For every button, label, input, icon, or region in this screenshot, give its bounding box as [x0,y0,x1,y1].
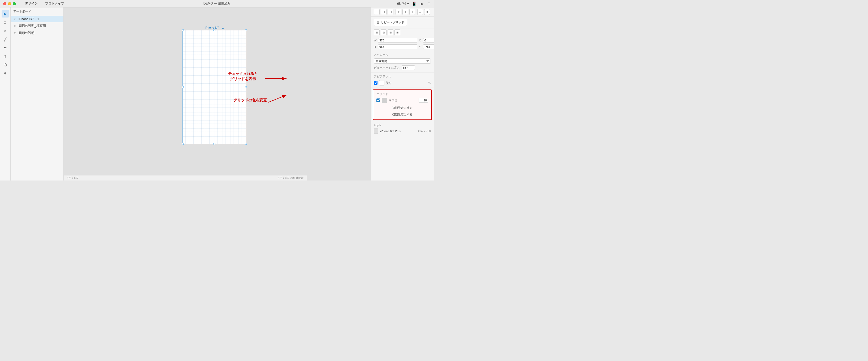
handle-middle-right[interactable] [245,86,247,88]
titlebar-right: 68.4% ▾ 📱 ▶ ⤴ [397,1,434,6]
tab-design[interactable]: デザイン [21,0,41,7]
device-size: 414 × 736 [418,129,431,133]
component-edit-button[interactable]: ⊡ [381,29,386,35]
grid-section: グリッド マス目 初期設定に戻す 初期設定にする [373,89,432,120]
grid-color-swatch[interactable] [382,98,387,103]
zoom-level: 68.4% [397,2,406,6]
close-button[interactable] [3,2,6,5]
repeat-grid-button[interactable]: ⊞ リピートグリッド [374,19,407,26]
appearance-section: アピアランス 塗り ✎ [371,72,434,88]
window-controls [0,2,16,5]
tab-prototype[interactable]: プロトタイプ [41,0,68,7]
align-top-button[interactable]: ⊤ [396,9,401,15]
align-middle-button[interactable]: ⊥ [402,9,408,15]
canvas-area[interactable]: iPhone 6/7 – 1 チェック入れると グリッドを表示 グリッドの色を変… [64,7,370,181]
height-input[interactable] [378,44,417,49]
grid-checkbox[interactable] [376,98,380,102]
h-label: H [374,45,377,48]
zoom-control[interactable]: 68.4% ▾ [397,2,409,6]
repeat-grid-section: ⊞ リピートグリッド [371,17,434,28]
component-row: ⊞ ⊡ ⊟ ⊠ [371,28,434,36]
x-input[interactable] [423,38,434,43]
text-tool[interactable]: T [2,53,9,60]
handle-bottom-right[interactable] [245,143,247,145]
handle-bottom-center[interactable] [213,143,215,145]
dimensions-section: W X 🔗 ◻ H Y [371,36,434,51]
status-bar: 375 x 667 375 x 667 の相対位置 [64,175,307,181]
fill-checkbox[interactable] [374,81,377,85]
width-field: W [374,38,417,43]
select-tool[interactable]: ▶ [2,10,9,18]
nav-tabs: デザイン プロトタイプ [21,0,68,7]
grid-icon: ⊞ [377,21,379,24]
minimize-button[interactable] [8,2,11,5]
component-detach-button[interactable]: ⊟ [388,29,394,35]
align-bottom-button[interactable]: ⊥ [409,9,415,15]
rectangle-tool[interactable]: □ [2,19,9,26]
layer-item-shape[interactable]: □ 図形の説明 [10,29,63,37]
grid-reset-button[interactable]: 初期設定に戻す [376,105,428,111]
layer-label: 図形の説明 [19,31,34,35]
status-right: 375 x 667 の相対位置 [278,176,304,180]
align-right-button[interactable]: ⊣ [388,9,394,15]
fill-edit-button[interactable]: ✎ [428,81,431,85]
layer-icon: □ [13,32,17,34]
y-field: Y [419,44,434,49]
layer-item-shape-landscape[interactable]: □ 図形の説明_横写用 [10,22,63,29]
component-reset-button[interactable]: ⊠ [395,29,400,35]
grid-row: マス目 [376,98,428,103]
ellipse-tool[interactable]: ○ [2,27,9,34]
device-name: iPhone 6/7 Plus [380,129,401,133]
scroll-direction-select[interactable]: 垂直方向 [374,58,431,64]
y-input[interactable] [423,44,434,49]
handle-top-right[interactable] [245,29,247,31]
x-label: X [419,39,422,42]
viewport-row: ビューポートの高さ [374,65,431,70]
grid-size-input[interactable] [418,98,428,103]
scroll-section: スクロール 垂直方向 ビューポートの高さ [371,51,434,72]
line-tool[interactable]: ╱ [2,36,9,43]
handle-bottom-left[interactable] [182,143,184,145]
height-field: H [374,44,417,49]
chevron-down-icon: ▾ [407,2,409,6]
layer-item-iphone[interactable]: □ iPhone 6/7 – 1 [10,16,63,22]
mobile-preview-icon[interactable]: 📱 [411,1,417,6]
artboard[interactable] [183,30,246,144]
fill-swatch[interactable] [379,80,384,86]
layer-icon: □ [13,18,17,21]
distribute-v-button[interactable]: ⇕ [424,9,430,15]
pen-tool[interactable]: ✒ [2,44,9,52]
titlebar: デザイン プロトタイプ DEMO — 編集済み 68.4% ▾ 📱 ▶ ⤴ [0,0,434,7]
maximize-button[interactable] [13,2,16,5]
grid-section-title: グリッド [376,92,428,96]
svg-line-2 [268,95,286,102]
apple-section: Apple iPhone 6/7 Plus 414 × 736 [371,122,434,136]
annotation-color: グリッドの色を変更 [234,98,267,103]
viewport-input[interactable] [402,65,415,70]
distribute-h-button[interactable]: ⇔ [417,9,423,15]
grid-set-default-button[interactable]: 初期設定にする [376,112,428,117]
component-tool[interactable]: ⬡ [2,61,9,68]
fill-row: 塗り ✎ [374,80,431,86]
layers-header: アートボード [10,7,63,16]
apple-label: Apple [374,124,431,127]
artboard-container [183,30,246,144]
component-add-button[interactable]: ⊞ [374,29,380,35]
handle-middle-left[interactable] [182,86,184,88]
align-left-button[interactable]: ⊢ [374,9,380,15]
y-label: Y [419,45,422,48]
handle-top-center[interactable] [213,29,215,31]
share-button[interactable]: ⤴ [427,1,431,6]
layer-label: 図形の説明_横写用 [19,24,46,28]
layers-panel: アートボード □ iPhone 6/7 – 1 □ 図形の説明_横写用 □ 図形… [10,7,64,181]
layer-icon: □ [13,24,17,27]
grid-actions: 初期設定に戻す 初期設定にする [376,105,428,117]
grid-type-label: マス目 [389,98,417,102]
play-button[interactable]: ▶ [420,1,425,6]
align-center-h-button[interactable]: ⊣ [381,9,386,15]
layer-label: iPhone 6/7 – 1 [19,17,39,21]
w-label: W [374,39,377,42]
handle-top-left[interactable] [182,29,184,31]
width-input[interactable] [378,38,417,43]
zoom-tool[interactable]: ⊕ [2,69,9,77]
